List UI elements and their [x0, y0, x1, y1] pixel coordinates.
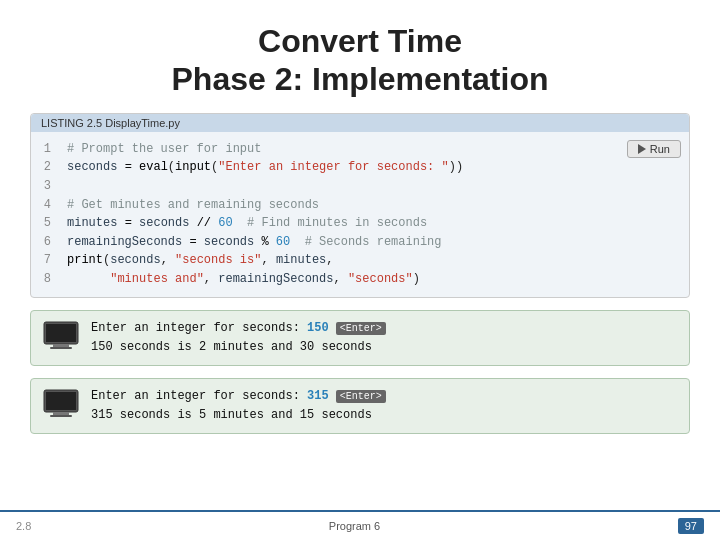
- footer: 2.8 Program 6 97: [0, 510, 720, 540]
- code-content: # Prompt the user for input seconds = ev…: [59, 140, 689, 289]
- svg-rect-3: [50, 347, 72, 349]
- code-block-header: LISTING 2.5 DisplayTime.py: [31, 114, 689, 132]
- slide-title: Convert Time Phase 2: Implementation: [20, 22, 700, 99]
- code-block: LISTING 2.5 DisplayTime.py 1 2 3 4 5 6 7…: [30, 113, 690, 298]
- code-line-7: print(seconds, "seconds is", minutes,: [67, 251, 681, 270]
- output-block-2: Enter an integer for seconds: 315 <Enter…: [30, 378, 690, 434]
- svg-rect-5: [46, 392, 76, 410]
- code-line-6: remainingSeconds = seconds % 60 # Second…: [67, 233, 681, 252]
- code-body: 1 2 3 4 5 6 7 8 # Prompt the user for in…: [31, 132, 689, 297]
- code-line-4: # Get minutes and remaining seconds: [67, 196, 681, 215]
- footer-left: 2.8: [16, 520, 31, 532]
- line-numbers: 1 2 3 4 5 6 7 8: [31, 140, 59, 289]
- monitor-icon-1: [43, 321, 79, 351]
- footer-right: 97: [678, 518, 704, 534]
- output-line-1b: 150 seconds is 2 minutes and 30 seconds: [91, 338, 386, 357]
- code-line-3: [67, 177, 681, 196]
- svg-rect-7: [50, 415, 72, 417]
- svg-rect-6: [53, 412, 69, 415]
- monitor-icon-2: [43, 389, 79, 419]
- output-line-2a: Enter an integer for seconds: 315 <Enter…: [91, 387, 386, 406]
- slide: Convert Time Phase 2: Implementation LIS…: [0, 0, 720, 540]
- output-line-2b: 315 seconds is 5 minutes and 15 seconds: [91, 406, 386, 425]
- output-text-2: Enter an integer for seconds: 315 <Enter…: [91, 387, 386, 425]
- content-area: LISTING 2.5 DisplayTime.py 1 2 3 4 5 6 7…: [0, 113, 720, 510]
- code-line-2: seconds = eval(input("Enter an integer f…: [67, 158, 681, 177]
- svg-rect-1: [46, 324, 76, 342]
- title-area: Convert Time Phase 2: Implementation: [0, 0, 720, 113]
- footer-center: Program 6: [329, 520, 380, 532]
- output-line-1a: Enter an integer for seconds: 150 <Enter…: [91, 319, 386, 338]
- run-triangle-icon: [638, 144, 646, 154]
- svg-rect-2: [53, 344, 69, 347]
- output-block-1: Enter an integer for seconds: 150 <Enter…: [30, 310, 690, 366]
- output-text-1: Enter an integer for seconds: 150 <Enter…: [91, 319, 386, 357]
- run-button[interactable]: Run: [627, 140, 681, 158]
- code-line-5: minutes = seconds // 60 # Find minutes i…: [67, 214, 681, 233]
- code-line-8: "minutes and", remainingSeconds, "second…: [67, 270, 681, 289]
- page-number: 97: [678, 518, 704, 534]
- code-line-1: # Prompt the user for input: [67, 140, 681, 159]
